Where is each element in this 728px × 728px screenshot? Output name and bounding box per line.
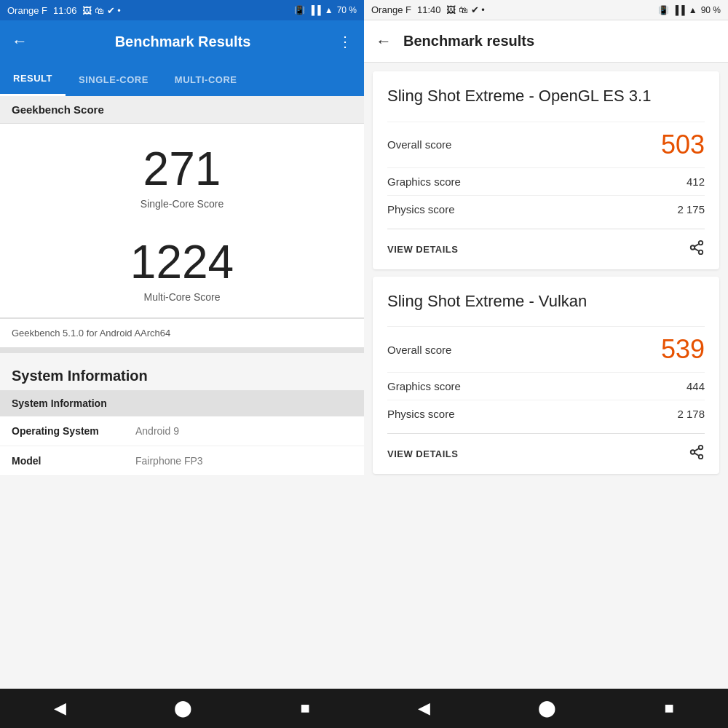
back-button-right[interactable]: ← <box>376 32 392 51</box>
battery-right: 90 % <box>701 5 721 15</box>
carrier-right: Orange F <box>371 4 411 15</box>
sys-info-row-os: Operating System Android 9 <box>0 416 364 446</box>
overall-score-label-opengl: Overall score <box>387 138 451 151</box>
svg-line-3 <box>695 248 699 251</box>
left-content: Geekbench Score 271 Single-Core Score 12… <box>0 96 364 689</box>
toolbar-left: ← Benchmark Results ⋮ <box>0 20 364 63</box>
vibrate-icon-right: 📳 <box>658 5 669 15</box>
nav-recent-right[interactable]: ■ <box>665 699 674 718</box>
right-panel: Orange F 11:40 🖼 🛍 ✔ • 📳 ▐▐ ▲ 90 % ← Ben… <box>364 0 728 728</box>
graphics-score-row-vulkan: Graphics score 444 <box>387 372 705 400</box>
score-section: 271 Single-Core Score 1224 Multi-Core Sc… <box>0 124 364 318</box>
system-info-subheader: System Information <box>0 390 364 416</box>
signal-icon-right: ▐▐ <box>673 5 685 15</box>
nav-back-left[interactable]: ◀ <box>54 699 66 718</box>
score-divider <box>12 210 352 239</box>
single-core-score: 271 <box>12 146 352 192</box>
carrier-left: Orange F <box>7 5 47 16</box>
overall-score-label-vulkan: Overall score <box>387 344 451 356</box>
toolbar-title-left: Benchmark Results <box>115 33 251 50</box>
time-right: 11:40 <box>417 4 441 15</box>
multi-core-score: 1224 <box>12 239 352 285</box>
wifi-icon-left: ▲ <box>325 5 333 15</box>
physics-score-row-opengl: Physics score 2 175 <box>387 195 705 223</box>
tab-multi-core[interactable]: MULTI-CORE <box>162 63 250 96</box>
wifi-icon-right: ▲ <box>689 5 697 15</box>
more-button-left[interactable]: ⋮ <box>338 33 352 50</box>
overall-score-row-opengl: Overall score 503 <box>387 122 705 167</box>
benchmark-card-vulkan: Sling Shot Extreme - Vulkan Overall scor… <box>373 277 719 475</box>
nav-home-right[interactable]: ⬤ <box>538 699 556 718</box>
nav-back-right[interactable]: ◀ <box>418 699 430 718</box>
nav-bar-left: ◀ ⬤ ■ <box>0 689 364 728</box>
physics-score-row-vulkan: Physics score 2 178 <box>387 400 705 427</box>
svg-line-4 <box>695 244 699 247</box>
sys-info-row-model: Model Fairphone FP3 <box>0 446 364 476</box>
graphics-score-value-vulkan: 444 <box>687 380 705 392</box>
tab-result[interactable]: RESULT <box>0 63 66 96</box>
sys-info-value-model: Fairphone FP3 <box>135 455 203 467</box>
view-details-button-vulkan[interactable]: VIEW DETAILS <box>387 448 458 459</box>
vibrate-icon: 📳 <box>294 5 305 15</box>
physics-score-label-opengl: Physics score <box>387 203 455 215</box>
time-left: 11:06 <box>53 5 77 16</box>
nav-bar-right: ◀ ⬤ ■ <box>364 689 728 728</box>
svg-line-9 <box>695 448 699 451</box>
overall-score-row-vulkan: Overall score 539 <box>387 326 705 372</box>
status-left-right: Orange F 11:40 🖼 🛍 ✔ • <box>371 4 485 15</box>
share-icon-vulkan[interactable] <box>689 444 705 464</box>
share-icon-opengl[interactable] <box>689 240 705 259</box>
status-right-left: 📳 ▐▐ ▲ 70 % <box>294 5 357 15</box>
physics-score-value-opengl: 2 175 <box>677 203 705 215</box>
sys-info-value-os: Android 9 <box>135 425 179 437</box>
sys-info-key-os: Operating System <box>12 425 135 437</box>
tab-single-core[interactable]: SINGLE-CORE <box>66 63 162 96</box>
notification-icons-left: 🖼 🛍 ✔ • <box>82 5 120 16</box>
graphics-score-label-opengl: Graphics score <box>387 175 461 188</box>
geekbench-header: Geekbench Score <box>0 96 364 124</box>
status-bar-left: Orange F 11:06 🖼 🛍 ✔ • 📳 ▐▐ ▲ 70 % <box>0 0 364 20</box>
right-content: Sling Shot Extreme - OpenGL ES 3.1 Overa… <box>364 63 728 689</box>
toolbar-title-right: Benchmark results <box>403 33 534 50</box>
sys-info-key-model: Model <box>12 455 135 467</box>
system-info-title: System Information <box>0 353 364 390</box>
overall-score-value-vulkan: 539 <box>661 334 705 365</box>
card-title-vulkan: Sling Shot Extreme - Vulkan <box>387 291 705 312</box>
card-actions-opengl: VIEW DETAILS <box>387 229 705 262</box>
card-title-opengl: Sling Shot Extreme - OpenGL ES 3.1 <box>387 86 705 107</box>
status-left: Orange F 11:06 🖼 🛍 ✔ • <box>7 5 121 16</box>
left-panel: Orange F 11:06 🖼 🛍 ✔ • 📳 ▐▐ ▲ 70 % ← Ben… <box>0 0 364 728</box>
toolbar-right: ← Benchmark results <box>364 20 728 63</box>
graphics-score-label-vulkan: Graphics score <box>387 380 461 392</box>
graphics-score-value-opengl: 412 <box>687 175 705 188</box>
overall-score-value-opengl: 503 <box>661 130 705 160</box>
nav-recent-left[interactable]: ■ <box>301 699 310 718</box>
version-info: Geekbench 5.1.0 for Android AArch64 <box>0 318 364 353</box>
multi-core-label: Multi-Core Score <box>12 291 352 303</box>
notification-icons-right: 🖼 🛍 ✔ • <box>446 4 484 15</box>
single-core-label: Single-Core Score <box>12 198 352 210</box>
status-bar-right: Orange F 11:40 🖼 🛍 ✔ • 📳 ▐▐ ▲ 90 % <box>364 0 728 20</box>
graphics-score-row-opengl: Graphics score 412 <box>387 167 705 195</box>
physics-score-label-vulkan: Physics score <box>387 408 455 420</box>
nav-home-left[interactable]: ⬤ <box>174 699 192 718</box>
view-details-button-opengl[interactable]: VIEW DETAILS <box>387 244 458 255</box>
svg-line-8 <box>695 454 699 456</box>
status-right-right: 📳 ▐▐ ▲ 90 % <box>658 5 721 15</box>
physics-score-value-vulkan: 2 178 <box>677 408 705 420</box>
tab-bar-left: RESULT SINGLE-CORE MULTI-CORE <box>0 63 364 96</box>
benchmark-card-opengl: Sling Shot Extreme - OpenGL ES 3.1 Overa… <box>373 71 719 269</box>
battery-left: 70 % <box>337 5 357 15</box>
card-actions-vulkan: VIEW DETAILS <box>387 433 705 467</box>
signal-icon-left: ▐▐ <box>309 5 321 15</box>
back-button-left[interactable]: ← <box>12 32 28 51</box>
